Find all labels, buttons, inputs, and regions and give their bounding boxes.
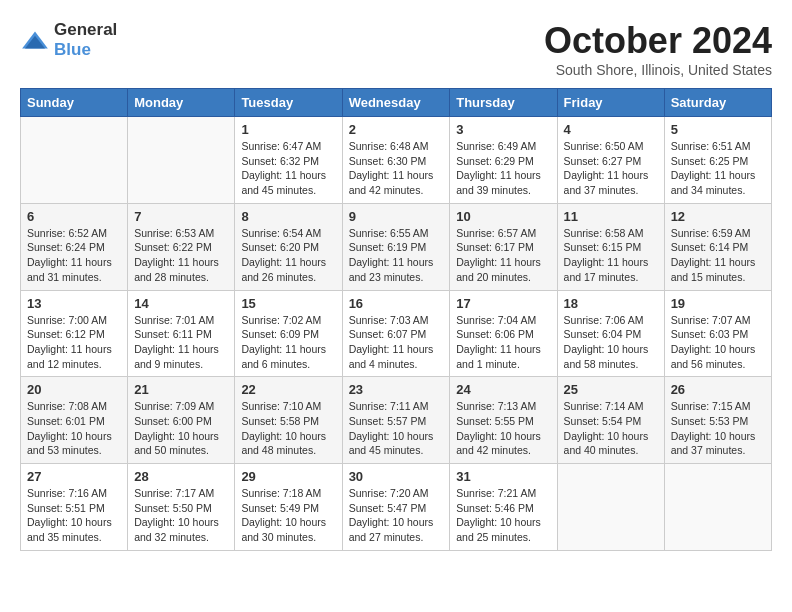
day-info: Sunrise: 7:20 AMSunset: 5:47 PMDaylight:… bbox=[349, 486, 444, 545]
day-info: Sunrise: 7:21 AMSunset: 5:46 PMDaylight:… bbox=[456, 486, 550, 545]
calendar-cell: 11Sunrise: 6:58 AMSunset: 6:15 PMDayligh… bbox=[557, 203, 664, 290]
day-info: Sunrise: 7:14 AMSunset: 5:54 PMDaylight:… bbox=[564, 399, 658, 458]
calendar-cell: 19Sunrise: 7:07 AMSunset: 6:03 PMDayligh… bbox=[664, 290, 771, 377]
day-number: 5 bbox=[671, 122, 765, 137]
day-number: 26 bbox=[671, 382, 765, 397]
logo-blue: Blue bbox=[54, 40, 91, 59]
calendar-cell: 3Sunrise: 6:49 AMSunset: 6:29 PMDaylight… bbox=[450, 117, 557, 204]
calendar-cell: 4Sunrise: 6:50 AMSunset: 6:27 PMDaylight… bbox=[557, 117, 664, 204]
day-number: 24 bbox=[456, 382, 550, 397]
day-info: Sunrise: 6:48 AMSunset: 6:30 PMDaylight:… bbox=[349, 139, 444, 198]
day-number: 27 bbox=[27, 469, 121, 484]
calendar-cell: 26Sunrise: 7:15 AMSunset: 5:53 PMDayligh… bbox=[664, 377, 771, 464]
calendar-week-2: 6Sunrise: 6:52 AMSunset: 6:24 PMDaylight… bbox=[21, 203, 772, 290]
logo-icon bbox=[20, 30, 50, 50]
day-number: 4 bbox=[564, 122, 658, 137]
weekday-header-saturday: Saturday bbox=[664, 89, 771, 117]
day-info: Sunrise: 7:01 AMSunset: 6:11 PMDaylight:… bbox=[134, 313, 228, 372]
day-number: 8 bbox=[241, 209, 335, 224]
calendar-cell: 24Sunrise: 7:13 AMSunset: 5:55 PMDayligh… bbox=[450, 377, 557, 464]
day-number: 22 bbox=[241, 382, 335, 397]
calendar-cell: 10Sunrise: 6:57 AMSunset: 6:17 PMDayligh… bbox=[450, 203, 557, 290]
calendar-cell: 29Sunrise: 7:18 AMSunset: 5:49 PMDayligh… bbox=[235, 464, 342, 551]
calendar-cell: 28Sunrise: 7:17 AMSunset: 5:50 PMDayligh… bbox=[128, 464, 235, 551]
calendar-cell: 21Sunrise: 7:09 AMSunset: 6:00 PMDayligh… bbox=[128, 377, 235, 464]
calendar-cell bbox=[664, 464, 771, 551]
day-info: Sunrise: 7:04 AMSunset: 6:06 PMDaylight:… bbox=[456, 313, 550, 372]
day-info: Sunrise: 7:00 AMSunset: 6:12 PMDaylight:… bbox=[27, 313, 121, 372]
day-info: Sunrise: 7:03 AMSunset: 6:07 PMDaylight:… bbox=[349, 313, 444, 372]
day-number: 30 bbox=[349, 469, 444, 484]
day-number: 3 bbox=[456, 122, 550, 137]
day-info: Sunrise: 6:55 AMSunset: 6:19 PMDaylight:… bbox=[349, 226, 444, 285]
month-title: October 2024 bbox=[544, 20, 772, 62]
calendar-cell: 5Sunrise: 6:51 AMSunset: 6:25 PMDaylight… bbox=[664, 117, 771, 204]
day-info: Sunrise: 7:13 AMSunset: 5:55 PMDaylight:… bbox=[456, 399, 550, 458]
day-info: Sunrise: 6:47 AMSunset: 6:32 PMDaylight:… bbox=[241, 139, 335, 198]
day-number: 19 bbox=[671, 296, 765, 311]
calendar-cell: 20Sunrise: 7:08 AMSunset: 6:01 PMDayligh… bbox=[21, 377, 128, 464]
calendar-cell: 7Sunrise: 6:53 AMSunset: 6:22 PMDaylight… bbox=[128, 203, 235, 290]
day-number: 20 bbox=[27, 382, 121, 397]
day-info: Sunrise: 6:57 AMSunset: 6:17 PMDaylight:… bbox=[456, 226, 550, 285]
calendar-cell: 1Sunrise: 6:47 AMSunset: 6:32 PMDaylight… bbox=[235, 117, 342, 204]
calendar-cell: 15Sunrise: 7:02 AMSunset: 6:09 PMDayligh… bbox=[235, 290, 342, 377]
calendar-cell: 22Sunrise: 7:10 AMSunset: 5:58 PMDayligh… bbox=[235, 377, 342, 464]
day-info: Sunrise: 7:11 AMSunset: 5:57 PMDaylight:… bbox=[349, 399, 444, 458]
day-number: 18 bbox=[564, 296, 658, 311]
calendar-cell bbox=[557, 464, 664, 551]
day-info: Sunrise: 7:16 AMSunset: 5:51 PMDaylight:… bbox=[27, 486, 121, 545]
calendar-cell: 2Sunrise: 6:48 AMSunset: 6:30 PMDaylight… bbox=[342, 117, 450, 204]
weekday-header-wednesday: Wednesday bbox=[342, 89, 450, 117]
day-number: 10 bbox=[456, 209, 550, 224]
weekday-header-monday: Monday bbox=[128, 89, 235, 117]
calendar-cell: 25Sunrise: 7:14 AMSunset: 5:54 PMDayligh… bbox=[557, 377, 664, 464]
day-number: 21 bbox=[134, 382, 228, 397]
day-info: Sunrise: 6:54 AMSunset: 6:20 PMDaylight:… bbox=[241, 226, 335, 285]
day-info: Sunrise: 7:06 AMSunset: 6:04 PMDaylight:… bbox=[564, 313, 658, 372]
day-number: 7 bbox=[134, 209, 228, 224]
weekday-header-friday: Friday bbox=[557, 89, 664, 117]
calendar-cell bbox=[21, 117, 128, 204]
day-info: Sunrise: 7:09 AMSunset: 6:00 PMDaylight:… bbox=[134, 399, 228, 458]
day-info: Sunrise: 7:07 AMSunset: 6:03 PMDaylight:… bbox=[671, 313, 765, 372]
calendar-week-1: 1Sunrise: 6:47 AMSunset: 6:32 PMDaylight… bbox=[21, 117, 772, 204]
calendar-cell: 16Sunrise: 7:03 AMSunset: 6:07 PMDayligh… bbox=[342, 290, 450, 377]
calendar-cell: 18Sunrise: 7:06 AMSunset: 6:04 PMDayligh… bbox=[557, 290, 664, 377]
day-number: 9 bbox=[349, 209, 444, 224]
day-number: 13 bbox=[27, 296, 121, 311]
calendar-cell: 31Sunrise: 7:21 AMSunset: 5:46 PMDayligh… bbox=[450, 464, 557, 551]
day-info: Sunrise: 7:10 AMSunset: 5:58 PMDaylight:… bbox=[241, 399, 335, 458]
day-number: 2 bbox=[349, 122, 444, 137]
location: South Shore, Illinois, United States bbox=[544, 62, 772, 78]
day-info: Sunrise: 7:17 AMSunset: 5:50 PMDaylight:… bbox=[134, 486, 228, 545]
day-number: 31 bbox=[456, 469, 550, 484]
day-info: Sunrise: 7:08 AMSunset: 6:01 PMDaylight:… bbox=[27, 399, 121, 458]
day-info: Sunrise: 7:18 AMSunset: 5:49 PMDaylight:… bbox=[241, 486, 335, 545]
day-number: 11 bbox=[564, 209, 658, 224]
calendar-cell bbox=[128, 117, 235, 204]
day-info: Sunrise: 6:59 AMSunset: 6:14 PMDaylight:… bbox=[671, 226, 765, 285]
day-number: 15 bbox=[241, 296, 335, 311]
calendar-table: SundayMondayTuesdayWednesdayThursdayFrid… bbox=[20, 88, 772, 551]
day-info: Sunrise: 6:50 AMSunset: 6:27 PMDaylight:… bbox=[564, 139, 658, 198]
day-info: Sunrise: 6:58 AMSunset: 6:15 PMDaylight:… bbox=[564, 226, 658, 285]
title-block: October 2024 South Shore, Illinois, Unit… bbox=[544, 20, 772, 78]
calendar-week-4: 20Sunrise: 7:08 AMSunset: 6:01 PMDayligh… bbox=[21, 377, 772, 464]
day-number: 23 bbox=[349, 382, 444, 397]
day-number: 25 bbox=[564, 382, 658, 397]
day-number: 29 bbox=[241, 469, 335, 484]
day-number: 12 bbox=[671, 209, 765, 224]
day-info: Sunrise: 6:51 AMSunset: 6:25 PMDaylight:… bbox=[671, 139, 765, 198]
calendar-cell: 23Sunrise: 7:11 AMSunset: 5:57 PMDayligh… bbox=[342, 377, 450, 464]
calendar-week-5: 27Sunrise: 7:16 AMSunset: 5:51 PMDayligh… bbox=[21, 464, 772, 551]
logo: General Blue bbox=[20, 20, 117, 60]
day-info: Sunrise: 6:49 AMSunset: 6:29 PMDaylight:… bbox=[456, 139, 550, 198]
day-info: Sunrise: 6:53 AMSunset: 6:22 PMDaylight:… bbox=[134, 226, 228, 285]
day-number: 14 bbox=[134, 296, 228, 311]
calendar-cell: 6Sunrise: 6:52 AMSunset: 6:24 PMDaylight… bbox=[21, 203, 128, 290]
calendar-cell: 17Sunrise: 7:04 AMSunset: 6:06 PMDayligh… bbox=[450, 290, 557, 377]
day-number: 17 bbox=[456, 296, 550, 311]
page-header: General Blue October 2024 South Shore, I… bbox=[20, 20, 772, 78]
day-number: 28 bbox=[134, 469, 228, 484]
